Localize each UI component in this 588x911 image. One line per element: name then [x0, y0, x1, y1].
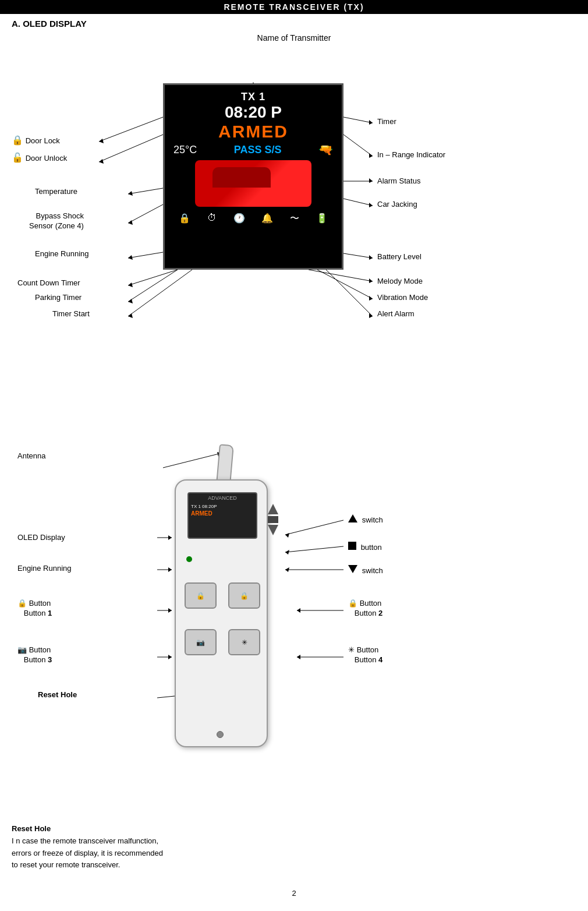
svg-line-12 [128, 270, 178, 285]
svg-marker-33 [369, 313, 373, 318]
button-2[interactable]: 🔒 [228, 582, 260, 609]
lock-button-icon: 🔒 [196, 592, 205, 600]
svg-line-2 [99, 117, 163, 142]
svg-line-20 [343, 135, 373, 156]
svg-line-10 [128, 252, 163, 258]
button3-camera-icon: 📷 [17, 645, 27, 654]
door-lock-icon: 🔒 [12, 135, 23, 145]
camera-button-icon: 📷 [196, 638, 205, 647]
parking-timer-label: Parking Timer [35, 293, 82, 303]
svg-marker-21 [369, 153, 373, 158]
svg-marker-9 [128, 220, 133, 225]
svg-line-6 [128, 188, 163, 194]
door-unlock-icon: 🔓 [12, 153, 23, 163]
button1-lock-icon: 🔒 [17, 599, 27, 608]
alert-alarm-label: Alert Alarm [377, 309, 415, 319]
oled-display-remote-label: OLED Display [17, 533, 65, 543]
in-range-indicator-label: In – Range Indicator [377, 150, 445, 160]
svg-marker-5 [99, 159, 104, 164]
page-header: REMOTE TRANSCEIVER (TX) [0, 0, 588, 14]
svg-marker-25 [369, 203, 373, 207]
count-down-timer-label: Count Down Timer [17, 278, 80, 288]
remote-engine-led [186, 556, 192, 562]
oled-tx: TX 1 [241, 91, 265, 103]
alarm-status-label: Alarm Status [377, 176, 420, 186]
door-lock-label: 🔒 Door Lock [12, 135, 60, 147]
svg-line-8 [128, 204, 163, 223]
header-title: REMOTE TRANSCEIVER (TX) [224, 2, 364, 12]
svg-marker-3 [99, 139, 104, 143]
oled-icon-bell: 🔔 [261, 213, 273, 225]
svg-line-18 [343, 117, 373, 123]
oled-time: 08:20 P [225, 103, 282, 122]
svg-marker-51 [297, 608, 300, 613]
remote-body: ADVANCED TX 1 08:20P ARMED 🔒 🔒 📷 ✳ [175, 479, 268, 747]
button-square-label: button [348, 542, 382, 553]
oled-icon-lock: 🔒 [179, 213, 190, 225]
antenna-label: Antenna [17, 451, 45, 461]
oled-icons-row: 🔒 ⏱ 🕐 🔔 〜 🔋 [171, 213, 336, 225]
reset-hole-description: Reset Hole I n case the remote transceiv… [0, 817, 588, 877]
svg-line-14 [128, 270, 178, 302]
oled-temp-row: 25°C PASS S/S 🔫 [171, 142, 336, 158]
svg-marker-29 [369, 278, 373, 283]
button1-label: 🔒 Button Button 1 [17, 599, 52, 619]
button2-label: 🔒 Button Button 2 [348, 599, 382, 619]
svg-marker-49 [285, 567, 289, 572]
bypass-shock-label: Bypass ShockSensor (Zone 4) [29, 211, 84, 231]
oled-icon-vibrate: 〜 [290, 213, 299, 225]
transmitter-name-label: Name of Transmitter [0, 33, 588, 43]
switch-up-label: switch [348, 514, 383, 525]
svg-line-24 [343, 199, 373, 206]
oled-car-image [195, 160, 311, 207]
svg-marker-23 [369, 178, 373, 183]
timer-start-label: Timer Start [52, 309, 90, 319]
svg-line-16 [128, 270, 192, 316]
button4-star-icon: ✳ [348, 645, 355, 654]
temperature-label: Temperature [35, 187, 77, 197]
star-button-icon: ✳ [242, 638, 247, 647]
button2-lock-icon: 🔒 [348, 599, 357, 608]
button-square-icon [348, 542, 356, 550]
engine-running-remote-label: Engine Running [17, 564, 72, 574]
svg-line-4 [99, 135, 163, 162]
svg-marker-45 [285, 533, 289, 538]
svg-marker-47 [285, 550, 289, 555]
car-jacking-label: Car Jacking [377, 200, 417, 210]
remote-reset-hole[interactable] [217, 731, 224, 738]
svg-line-32 [326, 270, 373, 316]
timer-label: Timer [377, 117, 396, 127]
oled-armed: ARMED [218, 122, 288, 142]
switch-down-icon [348, 565, 357, 573]
engine-running-label: Engine Running [35, 249, 89, 259]
button4-label: ✳ Button Button 4 [348, 645, 382, 665]
oled-pass: PASS S/S [234, 144, 282, 156]
svg-line-44 [285, 520, 343, 535]
svg-marker-11 [128, 255, 133, 260]
oled-screen: TX 1 08:20 P ARMED 25°C PASS S/S 🔫 🔒 ⏱ 🕐… [163, 83, 343, 270]
oled-gun-icon: 🔫 [318, 143, 333, 157]
remote-section: ADVANCED TX 1 08:20P ARMED 🔒 🔒 📷 ✳ [0, 421, 588, 817]
door-unlock-label: 🔓 Door Unlock [12, 152, 67, 164]
page-number: 2 [0, 889, 588, 898]
svg-line-28 [309, 270, 373, 281]
svg-marker-17 [128, 313, 133, 318]
button3-label: 📷 Button Button 3 [17, 645, 52, 665]
vibration-mode-label: Vibration Mode [377, 293, 428, 303]
svg-marker-7 [128, 191, 133, 196]
button-3[interactable]: 📷 [185, 629, 217, 655]
switch-down-label: switch [348, 565, 383, 576]
battery-level-label: Battery Level [377, 252, 421, 262]
oled-icon-battery: 🔋 [316, 213, 328, 225]
oled-icon-timer: ⏱ [207, 213, 217, 225]
svg-marker-27 [369, 255, 373, 260]
button-1[interactable]: 🔒 [185, 582, 217, 609]
button-4[interactable]: ✳ [228, 629, 260, 655]
svg-line-26 [343, 253, 373, 258]
melody-mode-label: Melody Mode [377, 277, 423, 287]
svg-marker-13 [128, 283, 133, 287]
svg-marker-31 [369, 296, 373, 301]
remote-device: ADVANCED TX 1 08:20P ARMED 🔒 🔒 📷 ✳ [157, 444, 285, 771]
unlock-button-icon: 🔒 [240, 592, 249, 600]
remote-oled-display: ADVANCED TX 1 08:20P ARMED [187, 492, 257, 539]
